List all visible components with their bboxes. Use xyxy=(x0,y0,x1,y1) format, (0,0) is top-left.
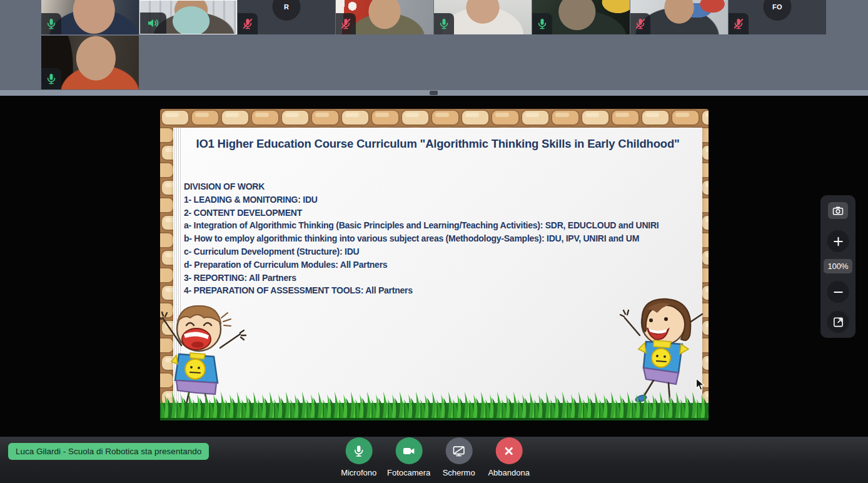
zoom-out-button[interactable] xyxy=(827,281,849,303)
presenting-banner: Luca Gilardi - Scuola di Robotica sta pr… xyxy=(8,443,209,460)
presenting-banner-text: Luca Gilardi - Scuola di Robotica sta pr… xyxy=(16,447,201,456)
open-in-window-button[interactable] xyxy=(827,311,849,333)
plus-icon xyxy=(832,235,844,248)
mic-muted-icon xyxy=(732,18,745,30)
participants-filmstrip: R xyxy=(0,0,868,90)
participant-tile-4[interactable] xyxy=(336,0,433,34)
zoom-in-button[interactable] xyxy=(827,230,849,252)
slide-line: 1- LEADING & MONITORING: IDU xyxy=(184,193,659,206)
slide-line: d- Preparation of Curriculum Modules: Al… xyxy=(184,258,659,272)
slide-line: c- Curriculum Development (Structure): I… xyxy=(184,245,659,258)
mic-on-badge xyxy=(532,13,552,34)
avatar: FO xyxy=(764,0,792,21)
microphone-button[interactable] xyxy=(345,437,372,464)
speaker-icon xyxy=(146,16,161,31)
camera-label: Fotocamera xyxy=(387,468,430,477)
mic-on-icon xyxy=(536,18,548,30)
participant-tile-8[interactable]: FO xyxy=(729,0,826,34)
slide-line: b- How to employ algorithmic thinking in… xyxy=(184,232,659,245)
microphone-control: Microfono xyxy=(334,437,384,477)
meeting-window: R xyxy=(0,0,868,483)
mic-muted-badge xyxy=(630,13,650,34)
camera-button[interactable] xyxy=(395,437,422,464)
avatar-initials: R xyxy=(284,3,289,11)
avatar-initials: FO xyxy=(772,3,782,11)
slide-line: 2- CONTENT DEVELOPMENT xyxy=(184,206,659,220)
control-bar: Luca Gilardi - Scuola di Robotica sta pr… xyxy=(0,437,868,483)
microphone-label: Microfono xyxy=(341,468,376,477)
call-controls: Microfono Fotocamera xyxy=(334,437,534,477)
participant-tile-6[interactable] xyxy=(532,0,630,34)
screen-share-button[interactable] xyxy=(445,437,472,464)
mic-on-icon xyxy=(45,73,58,85)
mic-muted-badge xyxy=(238,13,258,34)
camera-icon xyxy=(832,205,844,217)
mic-on-badge xyxy=(41,13,61,34)
video-camera-icon xyxy=(402,444,416,458)
audio-badge xyxy=(140,13,166,34)
slide-body: DIVISION OF WORK 1- LEADING & MONITORING… xyxy=(184,180,659,297)
leave-label: Abbandona xyxy=(488,468,530,477)
zoom-controls-panel: 100% xyxy=(820,195,855,338)
screen-share-icon xyxy=(452,444,466,458)
participant-tile-5[interactable] xyxy=(434,0,532,34)
participant-tile-7[interactable] xyxy=(630,0,728,34)
avatar: R xyxy=(273,0,301,21)
leave-button[interactable] xyxy=(495,437,522,464)
zoom-level-indicator: 100% xyxy=(824,259,852,273)
shared-slide: IO1 Higher Education Course Curriculum "… xyxy=(160,109,709,420)
presentation-stage: IO1 Higher Education Course Curriculum "… xyxy=(0,96,868,437)
mouse-cursor-icon xyxy=(695,378,705,391)
mic-muted-badge xyxy=(336,13,356,34)
slide-line: DIVISION OF WORK xyxy=(184,180,659,193)
resize-handle[interactable] xyxy=(430,91,438,95)
participant-tile-1[interactable] xyxy=(41,0,139,34)
mic-muted-icon xyxy=(340,18,352,30)
camera-control: Fotocamera xyxy=(384,437,434,477)
zoom-level-value: 100% xyxy=(827,262,848,271)
screen-share-label: Schermo xyxy=(443,468,475,477)
mic-on-badge xyxy=(434,13,454,34)
participant-tile-2[interactable] xyxy=(139,0,237,34)
microphone-icon xyxy=(352,444,366,458)
mic-muted-icon xyxy=(634,18,647,30)
minus-icon xyxy=(832,286,844,298)
slide-line: a- Integration of Algorithmic Thinking (… xyxy=(184,219,659,232)
close-x-icon xyxy=(502,444,516,458)
slide-line: 3- REPORTING: All Partners xyxy=(184,272,659,285)
mic-on-badge xyxy=(41,68,61,89)
screenshot-button[interactable] xyxy=(828,202,848,219)
participant-tile-9[interactable] xyxy=(41,36,139,89)
leave-control: Abbandona xyxy=(484,437,534,477)
mic-on-icon xyxy=(438,18,450,30)
mic-on-icon xyxy=(45,18,58,30)
mic-muted-icon xyxy=(241,18,254,30)
participant-tile-3[interactable]: R xyxy=(238,0,335,34)
filmstrip-resize-divider xyxy=(0,90,868,96)
slide-line: 4- PREPARATION OF ASSESSMENT TOOLS: All … xyxy=(184,284,659,297)
grass-decoration xyxy=(160,387,709,420)
slide-title: IO1 Higher Education Course Curriculum "… xyxy=(173,137,702,151)
mic-muted-badge xyxy=(729,13,749,34)
open-in-new-icon xyxy=(832,316,844,328)
screen-share-control: Schermo xyxy=(434,437,484,477)
